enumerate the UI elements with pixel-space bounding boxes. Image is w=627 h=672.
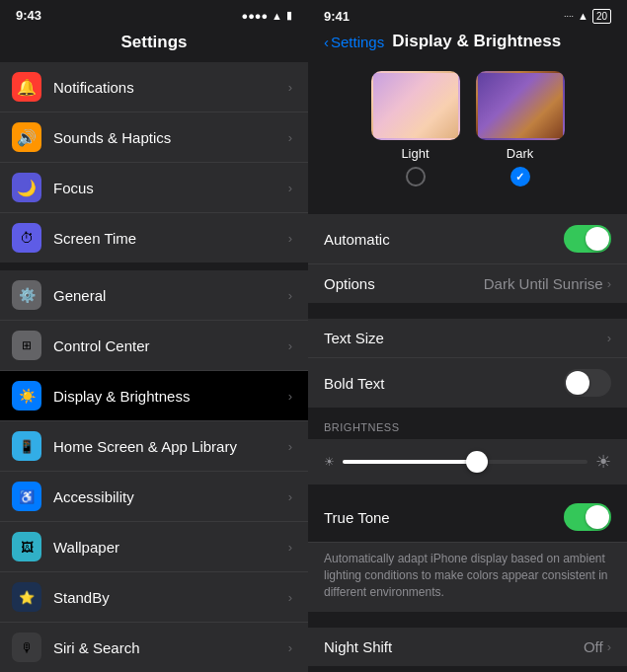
text-size-row[interactable]: Text Size › bbox=[308, 319, 627, 358]
slider-thumb[interactable] bbox=[466, 451, 488, 473]
true-tone-description: Automatically adapt iPhone display based… bbox=[308, 543, 627, 612]
dark-radio[interactable] bbox=[510, 167, 530, 187]
light-radio[interactable] bbox=[406, 167, 426, 187]
light-label: Light bbox=[401, 146, 429, 161]
screentime-label: Screen Time bbox=[53, 230, 288, 247]
wallpaper-label: Wallpaper bbox=[53, 539, 288, 556]
homescreen-icon: 📱 bbox=[12, 431, 41, 461]
bold-text-label: Bold Text bbox=[324, 375, 564, 392]
automatic-label: Automatic bbox=[324, 231, 564, 248]
sidebar-item-focus[interactable]: 🌙 Focus › bbox=[0, 163, 308, 213]
sidebar-item-homescreen[interactable]: 📱 Home Screen & App Library › bbox=[0, 421, 308, 472]
slider-fill bbox=[343, 460, 477, 464]
true-tone-row[interactable]: True Tone bbox=[308, 492, 627, 543]
left-panel: 9:43 ●●●● ▲ ▮ Settings 🔔 Notifications ›… bbox=[0, 0, 308, 672]
separator1 bbox=[308, 303, 627, 311]
automatic-toggle[interactable] bbox=[564, 225, 611, 253]
true-tone-toggle[interactable] bbox=[564, 503, 611, 531]
signal-icon: ···· bbox=[564, 11, 574, 21]
right-content: Light Dark Automatic Options Dark bbox=[308, 59, 627, 672]
text-size-label: Text Size bbox=[324, 330, 607, 346]
text-size-chevron-icon: › bbox=[607, 331, 611, 345]
siri-label: Siri & Search bbox=[53, 639, 288, 656]
chevron-icon: › bbox=[288, 130, 292, 145]
sidebar-item-sounds[interactable]: 🔊 Sounds & Haptics › bbox=[0, 112, 308, 163]
right-status-bar: 9:41 ···· ▲ 20 bbox=[308, 0, 627, 28]
chevron-icon: › bbox=[288, 338, 292, 353]
sidebar-item-accessibility[interactable]: ♿ Accessibility › bbox=[0, 472, 308, 522]
chevron-icon: › bbox=[288, 439, 292, 454]
left-time: 9:43 bbox=[16, 8, 41, 23]
sidebar-item-standby[interactable]: ⭐ StandBy › bbox=[0, 572, 308, 623]
controlcenter-icon: ⊞ bbox=[12, 331, 41, 360]
automatic-section: Automatic Options Dark Until Sunrise › bbox=[308, 214, 627, 303]
chevron-icon: › bbox=[288, 181, 292, 195]
options-row[interactable]: Options Dark Until Sunrise › bbox=[308, 264, 627, 303]
bold-text-row[interactable]: Bold Text bbox=[308, 358, 627, 408]
brightness-header: BRIGHTNESS bbox=[308, 408, 627, 439]
options-label: Options bbox=[324, 275, 484, 292]
night-shift-row[interactable]: Night Shift Off › bbox=[308, 628, 627, 666]
left-status-bar: 9:43 ●●●● ▲ ▮ bbox=[0, 0, 308, 27]
chevron-icon: › bbox=[288, 590, 292, 605]
night-shift-label: Night Shift bbox=[324, 638, 584, 655]
right-nav-title: Display & Brightness bbox=[392, 32, 561, 51]
toggle-thumb bbox=[566, 371, 589, 395]
night-shift-value: Off bbox=[584, 638, 603, 655]
sidebar-item-display[interactable]: ☀️ Display & Brightness › bbox=[0, 371, 308, 421]
siri-icon: 🎙 bbox=[12, 633, 41, 662]
brightness-slider[interactable] bbox=[343, 460, 588, 464]
brightness-section: ☀ ☀ bbox=[308, 439, 627, 485]
automatic-row[interactable]: Automatic bbox=[308, 214, 627, 264]
general-icon: ⚙️ bbox=[12, 280, 41, 310]
text-section: Text Size › Bold Text bbox=[308, 319, 627, 408]
right-time: 9:41 bbox=[324, 9, 350, 24]
bold-text-toggle[interactable] bbox=[564, 369, 611, 397]
night-shift-section: Night Shift Off › bbox=[308, 628, 627, 666]
settings-group-1: 🔔 Notifications › 🔊 Sounds & Haptics › 🌙… bbox=[0, 62, 308, 262]
brightness-dim-icon: ☀ bbox=[324, 455, 335, 469]
back-button[interactable]: ‹ Settings bbox=[324, 34, 384, 50]
light-mode-option[interactable]: Light bbox=[371, 71, 460, 187]
sidebar-item-notifications[interactable]: 🔔 Notifications › bbox=[0, 62, 308, 112]
options-value: Dark Until Sunrise bbox=[484, 275, 603, 292]
sidebar-item-wallpaper[interactable]: 🖼 Wallpaper › bbox=[0, 522, 308, 572]
separator3 bbox=[308, 666, 627, 672]
night-shift-chevron-icon: › bbox=[607, 639, 611, 654]
dark-mode-option[interactable]: Dark bbox=[476, 71, 565, 187]
chevron-icon: › bbox=[288, 389, 292, 404]
chevron-icon: › bbox=[288, 489, 292, 504]
controlcenter-label: Control Center bbox=[53, 337, 288, 354]
brightness-slider-row: ☀ ☀ bbox=[324, 451, 611, 473]
wifi-icon: ▲ bbox=[272, 10, 282, 22]
right-status-icons: ···· ▲ 20 bbox=[564, 9, 611, 24]
sidebar-item-siri[interactable]: 🎙 Siri & Search › bbox=[0, 623, 308, 672]
right-panel: 9:41 ···· ▲ 20 ‹ Settings Display & Brig… bbox=[308, 0, 627, 672]
sidebar-item-general[interactable]: ⚙️ General › bbox=[0, 270, 308, 321]
left-nav-title: Settings bbox=[0, 27, 308, 62]
true-tone-section: True Tone Automatically adapt iPhone dis… bbox=[308, 492, 627, 612]
options-chevron-icon: › bbox=[607, 276, 611, 291]
focus-label: Focus bbox=[53, 180, 288, 196]
chevron-icon: › bbox=[288, 288, 292, 303]
toggle-thumb bbox=[586, 227, 609, 251]
accessibility-icon: ♿ bbox=[12, 482, 41, 511]
standby-label: StandBy bbox=[53, 589, 288, 606]
focus-icon: 🌙 bbox=[12, 173, 41, 202]
dark-label: Dark bbox=[507, 146, 533, 161]
battery-right-icon: 20 bbox=[592, 9, 611, 24]
right-nav: ‹ Settings Display & Brightness bbox=[308, 28, 627, 59]
settings-group-2: ⚙️ General › ⊞ Control Center › ☀️ Displ… bbox=[0, 270, 308, 672]
notifications-label: Notifications bbox=[53, 79, 288, 96]
chevron-icon: › bbox=[288, 640, 292, 655]
true-tone-label: True Tone bbox=[324, 509, 564, 526]
light-thumbnail bbox=[371, 71, 460, 140]
sounds-icon: 🔊 bbox=[12, 122, 41, 152]
display-label: Display & Brightness bbox=[53, 388, 288, 405]
accessibility-label: Accessibility bbox=[53, 488, 288, 505]
appearance-section: Light Dark bbox=[308, 59, 627, 206]
wallpaper-icon: 🖼 bbox=[12, 532, 41, 561]
battery-icon: ▮ bbox=[286, 9, 292, 22]
sidebar-item-controlcenter[interactable]: ⊞ Control Center › bbox=[0, 321, 308, 371]
sidebar-item-screentime[interactable]: ⏱ Screen Time › bbox=[0, 213, 308, 262]
